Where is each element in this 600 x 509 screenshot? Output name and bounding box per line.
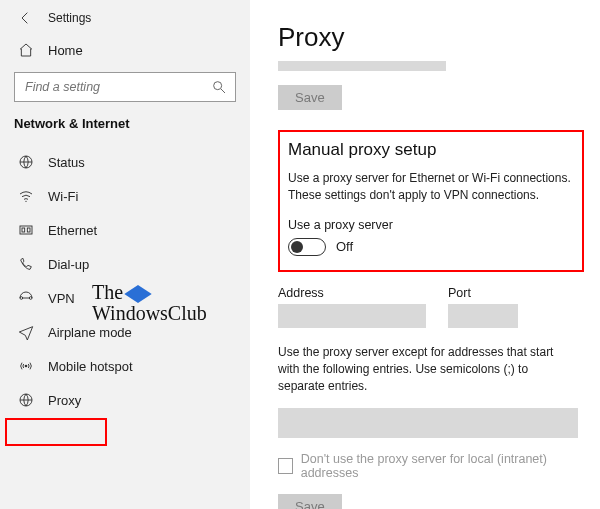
airplane-icon (18, 324, 34, 340)
use-proxy-toggle[interactable] (288, 238, 326, 256)
main-pane: Proxy Save Manual proxy setup Use a prox… (250, 0, 600, 509)
settings-sidebar: Settings Home Network & Internet Status … (0, 0, 250, 509)
use-proxy-label: Use a proxy server (288, 218, 572, 232)
svg-rect-5 (27, 228, 30, 232)
highlight-proxy-nav (5, 418, 107, 446)
sidebar-item-airplane[interactable]: Airplane mode (0, 315, 250, 349)
back-icon[interactable] (18, 10, 34, 26)
hotspot-icon (18, 358, 34, 374)
sidebar-item-label: Airplane mode (48, 325, 132, 340)
sidebar-home-label: Home (48, 43, 83, 58)
sidebar-home[interactable]: Home (0, 32, 250, 68)
sidebar-section-title: Network & Internet (0, 112, 250, 139)
dialup-icon (18, 256, 34, 272)
sidebar-item-status[interactable]: Status (0, 145, 250, 179)
page-title: Proxy (278, 22, 580, 53)
sidebar-item-label: Status (48, 155, 85, 170)
home-icon (18, 42, 34, 58)
sidebar-item-label: Proxy (48, 393, 81, 408)
sidebar-item-label: Ethernet (48, 223, 97, 238)
save-button-bottom[interactable]: Save (278, 494, 342, 509)
svg-point-8 (25, 365, 28, 368)
svg-point-2 (25, 201, 26, 202)
sidebar-item-label: Mobile hotspot (48, 359, 133, 374)
port-label: Port (448, 286, 518, 300)
settings-title: Settings (48, 11, 91, 25)
exceptions-desc: Use the proxy server except for addresse… (278, 344, 578, 396)
address-input[interactable] (278, 304, 426, 328)
save-button-top[interactable]: Save (278, 85, 342, 110)
sidebar-item-proxy[interactable]: Proxy (0, 383, 250, 417)
intranet-label: Don't use the proxy server for local (in… (301, 452, 580, 480)
proxy-icon (18, 392, 34, 408)
port-input[interactable] (448, 304, 518, 328)
manual-proxy-heading: Manual proxy setup (288, 140, 572, 160)
sidebar-item-vpn[interactable]: VPN (0, 281, 250, 315)
sidebar-item-label: Dial-up (48, 257, 89, 272)
sidebar-item-label: Wi-Fi (48, 189, 78, 204)
manual-proxy-desc: Use a proxy server for Ethernet or Wi-Fi… (288, 170, 572, 204)
address-label: Address (278, 286, 426, 300)
use-proxy-toggle-state: Off (336, 239, 353, 254)
sidebar-item-ethernet[interactable]: Ethernet (0, 213, 250, 247)
ethernet-icon (18, 222, 34, 238)
wifi-icon (18, 188, 34, 204)
sidebar-items: Status Wi-Fi Ethernet Dial-up VPN (0, 139, 250, 417)
vpn-icon (18, 290, 34, 306)
manual-proxy-section: Manual proxy setup Use a proxy server fo… (278, 130, 584, 272)
exceptions-input[interactable] (278, 408, 578, 438)
sidebar-item-dialup[interactable]: Dial-up (0, 247, 250, 281)
search-icon (211, 79, 227, 95)
decorative-bar (278, 61, 446, 71)
search-input[interactable] (23, 79, 211, 95)
sidebar-item-wifi[interactable]: Wi-Fi (0, 179, 250, 213)
search-box[interactable] (14, 72, 236, 102)
intranet-checkbox[interactable] (278, 458, 293, 474)
svg-rect-4 (22, 228, 25, 232)
sidebar-item-label: VPN (48, 291, 75, 306)
status-icon (18, 154, 34, 170)
sidebar-item-hotspot[interactable]: Mobile hotspot (0, 349, 250, 383)
svg-point-0 (214, 82, 222, 90)
